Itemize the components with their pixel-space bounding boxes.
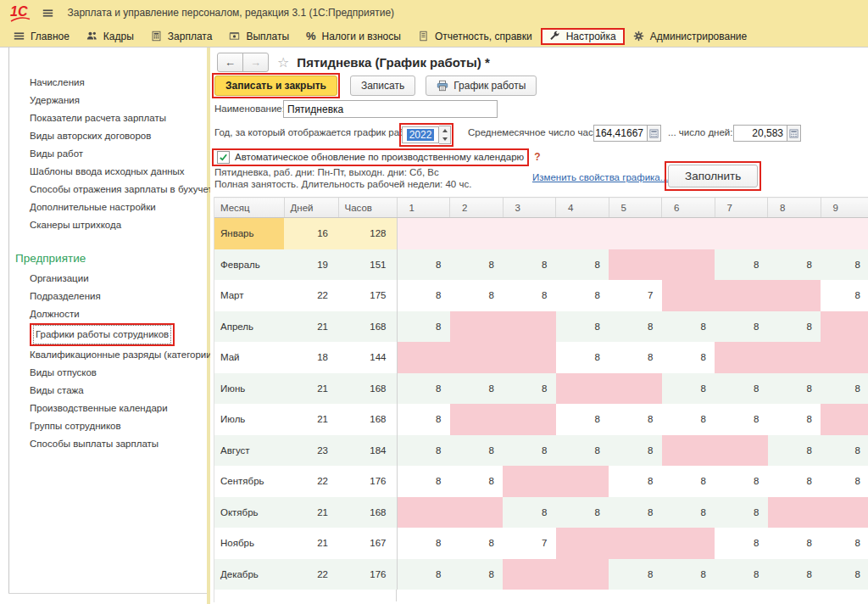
day-cell[interactable] xyxy=(503,559,556,590)
day-cell[interactable] xyxy=(503,218,556,249)
edit-schedule-properties-link[interactable]: Изменить свойства графика... xyxy=(532,172,668,182)
days-cell[interactable]: 19 xyxy=(284,249,338,281)
day-cell[interactable] xyxy=(556,218,609,249)
sidebar-item[interactable]: Дополнительные настройки xyxy=(30,199,207,216)
day-cell[interactable] xyxy=(609,218,662,249)
day-cell[interactable]: 8 xyxy=(768,559,821,590)
month-cell[interactable]: Декабрь xyxy=(214,559,284,590)
menu-item-percent[interactable]: %Налоги и взносы xyxy=(298,27,409,45)
help-question-mark[interactable]: ? xyxy=(534,151,540,163)
day-cell[interactable] xyxy=(397,497,450,528)
sidebar-item[interactable]: Виды работ xyxy=(30,145,207,163)
day-cell[interactable]: 8 xyxy=(609,497,662,528)
day-cell[interactable]: 8 xyxy=(662,311,715,343)
day-cell[interactable]: 8 xyxy=(609,342,662,373)
month-cell[interactable]: Октябрь xyxy=(214,497,284,528)
day-cell[interactable]: 8 xyxy=(450,249,504,281)
month-cell[interactable]: Январь xyxy=(214,218,284,249)
days-cell[interactable]: 22 xyxy=(284,466,338,497)
month-cell[interactable]: Август xyxy=(214,435,284,467)
day-cell[interactable]: 8 xyxy=(397,466,450,497)
month-cell[interactable]: Июль xyxy=(214,404,284,435)
day-cell[interactable] xyxy=(768,342,821,373)
day-cell[interactable]: 8 xyxy=(397,280,450,311)
day-cell[interactable]: 8 xyxy=(609,435,662,467)
day-cell[interactable] xyxy=(503,404,556,435)
menu-item-calculator[interactable]: Зарплата xyxy=(142,28,221,45)
day-cell[interactable] xyxy=(821,218,868,249)
hours-cell[interactable]: 151 xyxy=(338,249,397,281)
sidebar-item[interactable]: Квалификационные разряды (категории) xyxy=(30,346,207,364)
day-cell[interactable]: 8 xyxy=(609,311,662,343)
hours-cell[interactable]: 175 xyxy=(338,280,397,311)
hours-cell[interactable]: 168 xyxy=(338,404,397,435)
month-cell[interactable]: Сентябрь xyxy=(214,466,284,497)
sidebar-item[interactable]: Шаблоны ввода исходных данных xyxy=(30,163,207,181)
sidebar-item[interactable]: Виды авторских договоров xyxy=(30,127,207,145)
day-cell[interactable]: 8 xyxy=(556,280,609,311)
day-cell[interactable]: 8 xyxy=(503,249,556,281)
day-cell[interactable]: 8 xyxy=(556,342,609,373)
month-cell[interactable]: Март xyxy=(214,280,284,311)
day-cell[interactable] xyxy=(609,373,662,405)
sidebar-item[interactable]: Способы отражения зарплаты в бухучете xyxy=(30,181,207,199)
save-button[interactable]: Записать xyxy=(350,76,415,96)
day-cell[interactable]: 8 xyxy=(503,373,556,405)
hours-cell[interactable]: 168 xyxy=(338,373,397,405)
calculator-icon-button[interactable] xyxy=(787,125,801,142)
day-cell[interactable]: 8 xyxy=(662,497,715,528)
day-cell[interactable] xyxy=(450,311,504,343)
day-cell[interactable]: 8 xyxy=(556,404,609,435)
day-cell[interactable] xyxy=(821,404,868,435)
day-cell[interactable]: 8 xyxy=(821,528,868,559)
hamburger-menu-icon[interactable] xyxy=(42,8,53,19)
day-cell[interactable]: 8 xyxy=(450,435,504,467)
day-cell[interactable] xyxy=(821,342,868,373)
day-cell[interactable]: 8 xyxy=(768,249,821,281)
day-cell[interactable] xyxy=(821,497,868,528)
hours-cell[interactable]: 168 xyxy=(338,311,397,343)
day-cell[interactable]: 8 xyxy=(715,528,768,559)
day-cell[interactable] xyxy=(556,559,609,590)
work-schedule-print-button[interactable]: График работы xyxy=(426,76,537,96)
day-cell[interactable]: 7 xyxy=(503,528,556,559)
day-cell[interactable]: 8 xyxy=(397,373,450,405)
favorite-star-icon[interactable]: ☆ xyxy=(277,54,289,70)
sidebar-item[interactable]: Удержания xyxy=(30,92,207,109)
day-cell[interactable]: 8 xyxy=(768,435,821,467)
day-cell[interactable]: 8 xyxy=(556,435,609,467)
day-cell[interactable] xyxy=(450,404,504,435)
day-cell[interactable] xyxy=(768,280,821,311)
hours-cell[interactable]: 144 xyxy=(338,342,397,373)
day-cell[interactable] xyxy=(450,497,504,528)
sidebar-item[interactable]: Должности xyxy=(30,305,207,323)
days-cell[interactable]: 21 xyxy=(284,528,338,559)
days-cell[interactable]: 22 xyxy=(284,280,338,311)
day-cell[interactable] xyxy=(397,342,450,373)
menu-item-payments[interactable]: Выплаты xyxy=(220,28,298,45)
days-cell[interactable]: 18 xyxy=(284,342,338,373)
fill-button[interactable]: Заполнить xyxy=(668,165,758,187)
day-cell[interactable] xyxy=(556,466,609,497)
day-cell[interactable]: 8 xyxy=(821,249,868,281)
day-cell[interactable]: 8 xyxy=(609,559,662,590)
month-cell[interactable]: Июнь xyxy=(214,373,284,405)
day-cell[interactable] xyxy=(556,373,609,405)
forward-button[interactable]: → xyxy=(242,53,269,72)
hours-cell[interactable]: 176 xyxy=(338,559,397,590)
sidebar-item[interactable]: Подразделения xyxy=(30,288,207,305)
day-cell[interactable] xyxy=(715,218,768,249)
day-cell[interactable]: 8 xyxy=(715,404,768,435)
days-cell[interactable]: 16 xyxy=(284,218,338,249)
sidebar-item[interactable]: Производственные календари xyxy=(30,400,207,417)
day-cell[interactable]: 8 xyxy=(397,404,450,435)
days-cell[interactable]: 21 xyxy=(284,373,338,405)
menu-item-menu-lines[interactable]: Главное xyxy=(5,28,78,45)
hours-cell[interactable]: 184 xyxy=(338,435,397,467)
day-cell[interactable] xyxy=(609,249,662,281)
day-cell[interactable]: 8 xyxy=(768,311,821,343)
day-cell[interactable]: 8 xyxy=(450,559,504,590)
day-cell[interactable] xyxy=(662,249,715,281)
day-cell[interactable] xyxy=(556,528,609,559)
day-cell[interactable] xyxy=(662,218,715,249)
